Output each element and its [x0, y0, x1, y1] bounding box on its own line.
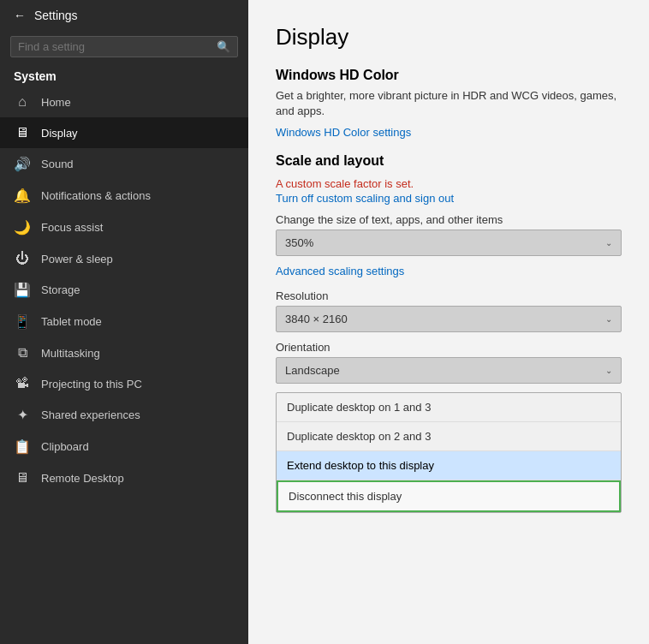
sidebar-item-storage[interactable]: 💾Storage — [0, 274, 248, 306]
scale-label: Change the size of text, apps, and other… — [276, 213, 622, 226]
nav-label-power: Power & sleep — [41, 253, 113, 265]
nav-label-sound: Sound — [41, 158, 74, 170]
custom-scale-link[interactable]: Turn off custom scaling and sign out — [276, 192, 622, 205]
sidebar-item-shared[interactable]: ✦Shared experiences — [0, 399, 248, 431]
nav-label-shared: Shared experiences — [41, 408, 140, 421]
nav-icon-focus: 🌙 — [14, 219, 31, 236]
resolution-value: 3840 × 2160 — [285, 313, 348, 325]
nav-icon-home: ⌂ — [14, 94, 31, 110]
nav-icon-storage: 💾 — [14, 282, 31, 298]
sidebar-item-focus[interactable]: 🌙Focus assist — [0, 212, 248, 243]
nav-icon-remote: 🖥 — [14, 470, 31, 486]
scale-layout-heading: Scale and layout — [276, 153, 622, 169]
hd-color-heading: Windows HD Color — [276, 68, 622, 83]
nav-icon-sound: 🔊 — [14, 156, 31, 172]
nav-label-multitasking: Multitasking — [41, 347, 100, 360]
nav-icon-shared: ✦ — [14, 407, 31, 423]
sidebar-item-remote[interactable]: 🖥Remote Desktop — [0, 462, 248, 493]
sidebar-item-home[interactable]: ⌂Home — [0, 86, 248, 117]
nav-label-display: Display — [41, 127, 78, 140]
sidebar-item-projecting[interactable]: 📽Projecting to this PC — [0, 368, 248, 399]
nav-label-focus: Focus assist — [41, 221, 103, 234]
resolution-label: Resolution — [276, 289, 622, 302]
desktop-options-list: Duplicate desktop on 1 and 3Duplicate de… — [276, 392, 622, 513]
nav-icon-display: 🖥 — [14, 125, 31, 140]
nav-icon-clipboard: 📋 — [14, 438, 31, 455]
scale-dropdown[interactable]: 350% ⌄ — [276, 230, 622, 256]
scale-dropdown-arrow: ⌄ — [605, 238, 612, 247]
nav-label-storage: Storage — [41, 283, 80, 296]
sidebar-item-multitasking[interactable]: ⧉Multitasking — [0, 337, 248, 368]
orientation-dropdown[interactable]: Landscape ⌄ — [276, 357, 622, 384]
sidebar-item-sound[interactable]: 🔊Sound — [0, 148, 248, 180]
search-input[interactable] — [18, 40, 217, 53]
orientation-value: Landscape — [285, 364, 340, 377]
desktop-list-item[interactable]: Disconnect this display — [277, 480, 621, 512]
nav-list: ⌂Home🖥Display🔊Sound🔔Notifications & acti… — [0, 86, 248, 493]
sidebar-header: ← Settings — [0, 0, 248, 31]
sidebar-title: Settings — [34, 9, 78, 22]
nav-label-clipboard: Clipboard — [41, 440, 89, 453]
main-content: Display Windows HD Color Get a brighter,… — [248, 0, 649, 644]
desktop-list-item[interactable]: Extend desktop to this display — [277, 451, 621, 480]
search-icon: 🔍 — [217, 40, 230, 53]
custom-scale-warning: A custom scale factor is set. — [276, 177, 622, 190]
nav-label-tablet: Tablet mode — [41, 315, 102, 328]
resolution-dropdown-arrow: ⌄ — [605, 314, 612, 324]
scale-value: 350% — [285, 236, 313, 249]
sidebar-item-power[interactable]: ⏻Power & sleep — [0, 243, 248, 274]
page-title: Display — [276, 24, 622, 51]
sidebar: ← Settings 🔍 System ⌂Home🖥Display🔊Sound🔔… — [0, 0, 248, 644]
resolution-dropdown[interactable]: 3840 × 2160 ⌄ — [276, 306, 622, 332]
nav-label-projecting: Projecting to this PC — [41, 378, 142, 391]
sidebar-item-notifications[interactable]: 🔔Notifications & actions — [0, 180, 248, 212]
nav-icon-multitasking: ⧉ — [14, 345, 31, 361]
system-label: System — [0, 64, 248, 86]
search-box[interactable]: 🔍 — [10, 36, 238, 57]
orientation-label: Orientation — [276, 341, 622, 354]
nav-label-home: Home — [41, 96, 71, 109]
hd-color-desc: Get a brighter, more vibrant picture in … — [276, 88, 622, 119]
nav-icon-projecting: 📽 — [14, 376, 31, 391]
nav-icon-notifications: 🔔 — [14, 188, 31, 204]
sidebar-item-clipboard[interactable]: 📋Clipboard — [0, 431, 248, 462]
sidebar-item-tablet[interactable]: 📱Tablet mode — [0, 306, 248, 337]
desktop-list-item[interactable]: Duplicate desktop on 1 and 3 — [277, 393, 621, 422]
orientation-dropdown-arrow: ⌄ — [605, 366, 612, 375]
desktop-list-item[interactable]: Duplicate desktop on 2 and 3 — [277, 422, 621, 451]
back-button[interactable]: ← — [14, 9, 26, 22]
sidebar-item-display[interactable]: 🖥Display — [0, 117, 248, 148]
nav-label-notifications: Notifications & actions — [41, 189, 151, 202]
hd-color-link[interactable]: Windows HD Color settings — [276, 126, 411, 139]
nav-icon-tablet: 📱 — [14, 313, 31, 330]
nav-icon-power: ⏻ — [14, 251, 31, 266]
nav-label-remote: Remote Desktop — [41, 472, 124, 485]
advanced-scaling-link[interactable]: Advanced scaling settings — [276, 265, 622, 277]
